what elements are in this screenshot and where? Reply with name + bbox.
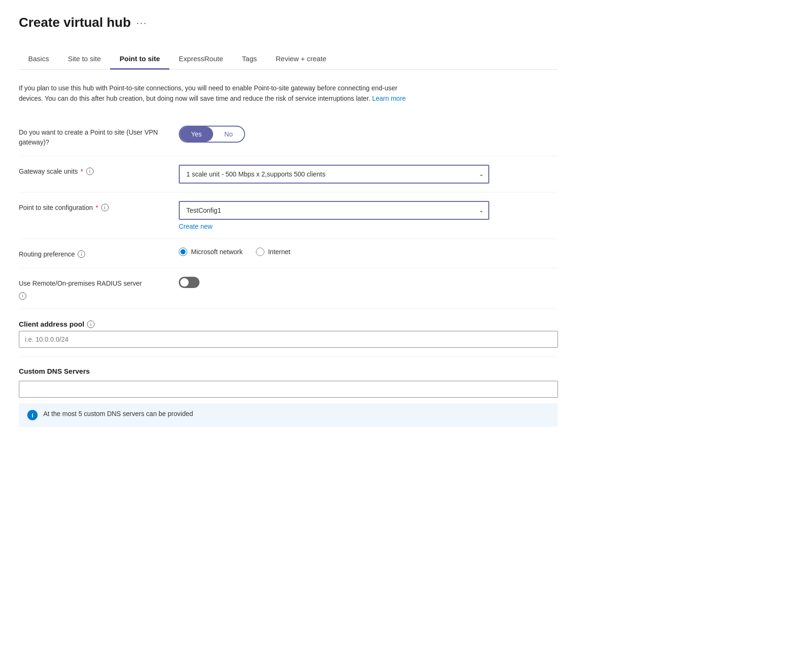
gateway-scale-dropdown[interactable]: 1 scale unit - 500 Mbps x 2,supports 500… — [179, 165, 489, 184]
page-title-ellipsis[interactable]: ··· — [136, 17, 147, 28]
label-routing-preference: Routing preference i — [19, 248, 179, 259]
client-address-pool-heading: Client address pool — [19, 319, 84, 330]
radius-server-info-icon[interactable]: i — [19, 292, 26, 300]
custom-dns-servers-input[interactable] — [19, 381, 558, 398]
radio-microsoft-network-label: Microsoft network — [191, 248, 243, 256]
routing-preference-radio-group: Microsoft network Internet — [179, 248, 558, 256]
form-row-gateway-scale: Gateway scale units * i 1 scale unit - 5… — [19, 156, 558, 192]
label-radius-server: Use Remote/On-premises RADIUS server i — [19, 277, 179, 300]
form-row-routing-preference: Routing preference i Microsoft network I… — [19, 239, 558, 268]
tab-review-create[interactable]: Review + create — [266, 49, 336, 70]
p2s-config-label-text: Point to site configuration — [19, 203, 93, 213]
dns-info-text: At the most 5 custom DNS servers can be … — [43, 410, 193, 417]
dns-info-box: i At the most 5 custom DNS servers can b… — [19, 403, 558, 427]
radius-server-label-main: Use Remote/On-premises RADIUS server — [19, 279, 142, 288]
gateway-scale-required: * — [80, 167, 83, 176]
routing-preference-label-text: Routing preference — [19, 249, 75, 259]
label-client-address-pool: Client address pool i — [19, 317, 179, 330]
tab-expressroute[interactable]: ExpressRoute — [169, 49, 232, 70]
description-main: If you plan to use this hub with Point-t… — [19, 84, 398, 102]
gateway-scale-info-icon[interactable]: i — [86, 168, 94, 175]
yes-no-toggle: Yes No — [179, 126, 245, 143]
radio-microsoft-network[interactable] — [179, 248, 187, 256]
tab-site-to-site[interactable]: Site to site — [58, 49, 110, 70]
tab-tags[interactable]: Tags — [232, 49, 266, 70]
radio-option-internet[interactable]: Internet — [256, 248, 290, 256]
radio-internet-label: Internet — [268, 248, 290, 256]
p2s-config-info-icon[interactable]: i — [101, 204, 109, 211]
form-row-radius-server: Use Remote/On-premises RADIUS server i — [19, 268, 558, 309]
radio-option-microsoft-network[interactable]: Microsoft network — [179, 248, 243, 256]
label-create-p2s: Do you want to create a Point to site (U… — [19, 126, 179, 147]
radius-server-toggle[interactable] — [179, 277, 199, 288]
create-new-link[interactable]: Create new — [179, 223, 213, 230]
p2s-config-dropdown-container: TestConfig1 TestConfig2 ⌄ — [179, 201, 489, 220]
no-button[interactable]: No — [213, 127, 244, 142]
page-title: Create virtual hub — [19, 15, 131, 30]
p2s-config-required: * — [96, 203, 98, 213]
control-p2s-config: TestConfig1 TestConfig2 ⌄ Create new — [179, 201, 558, 230]
control-gateway-scale: 1 scale unit - 500 Mbps x 2,supports 500… — [179, 165, 558, 184]
gateway-scale-label-text: Gateway scale units — [19, 167, 78, 176]
radius-server-slider — [179, 277, 199, 288]
client-address-pool-input[interactable] — [19, 331, 558, 348]
tab-point-to-site[interactable]: Point to site — [110, 49, 169, 70]
description-text: If you plan to use this hub with Point-t… — [19, 83, 419, 104]
page-title-section: Create virtual hub ··· — [19, 15, 558, 30]
control-create-p2s: Yes No — [179, 126, 558, 143]
yes-button[interactable]: Yes — [180, 127, 213, 142]
routing-preference-info-icon[interactable]: i — [78, 250, 85, 258]
tab-basics[interactable]: Basics — [19, 49, 58, 70]
gateway-scale-dropdown-container: 1 scale unit - 500 Mbps x 2,supports 500… — [179, 165, 489, 184]
tab-bar: Basics Site to site Point to site Expres… — [19, 49, 558, 70]
radio-internet[interactable] — [256, 248, 264, 256]
learn-more-link[interactable]: Learn more — [372, 95, 406, 102]
label-gateway-scale: Gateway scale units * i — [19, 165, 179, 176]
custom-dns-servers-heading: Custom DNS Servers — [19, 367, 90, 375]
control-routing-preference: Microsoft network Internet — [179, 248, 558, 256]
label-p2s-config: Point to site configuration * i — [19, 201, 179, 213]
radius-server-label-text: Use Remote/On-premises RADIUS server — [19, 279, 142, 288]
form-section: Do you want to create a Point to site (U… — [19, 117, 558, 427]
control-radius-server — [179, 277, 558, 288]
dns-section: Custom DNS Servers i At the most 5 custo… — [19, 361, 558, 427]
form-row-create-p2s: Do you want to create a Point to site (U… — [19, 117, 558, 156]
p2s-config-dropdown[interactable]: TestConfig1 TestConfig2 — [179, 201, 489, 220]
dns-info-icon: i — [27, 410, 38, 420]
client-address-pool-input-row — [19, 331, 558, 357]
client-address-pool-info-icon[interactable]: i — [87, 320, 95, 328]
form-row-p2s-config: Point to site configuration * i TestConf… — [19, 192, 558, 239]
